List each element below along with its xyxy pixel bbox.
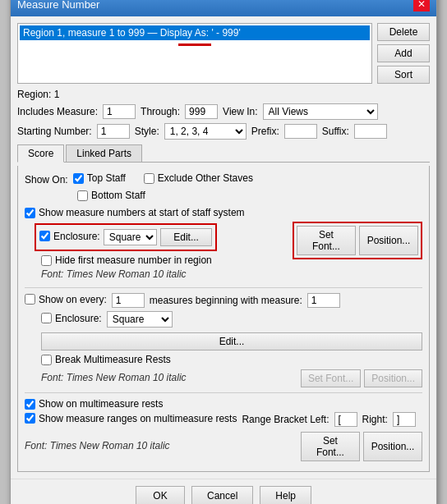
show-ranges-row: Show measure ranges on multimeasure rest… bbox=[25, 412, 422, 427]
enclosure-label: Enclosure: bbox=[53, 231, 100, 242]
bottom-staff-checkbox[interactable] bbox=[77, 190, 88, 201]
red-bar bbox=[178, 44, 211, 46]
region-list[interactable]: Region 1, measure 1 to 999 — Display As:… bbox=[17, 23, 372, 84]
help-button[interactable]: Help bbox=[260, 486, 311, 504]
show-ranges-label: Show measure ranges on multimeasure rest… bbox=[39, 413, 237, 424]
prefix-label: Prefix: bbox=[251, 126, 279, 137]
hide-first-label: Hide first measure number in region bbox=[55, 254, 212, 266]
through-label: Through: bbox=[141, 106, 180, 117]
show-on-every-input[interactable] bbox=[112, 293, 145, 308]
add-button[interactable]: Add bbox=[377, 44, 430, 62]
region-buttons: Delete Add Sort bbox=[377, 23, 430, 84]
enclosure-section: Set Font... Position... Enclosure: Squar… bbox=[25, 222, 422, 282]
style-select[interactable]: 1, 2, 3, 4 bbox=[164, 123, 247, 140]
buttons-3: Set Font... Position... bbox=[301, 432, 422, 461]
includes-measure-row: Includes Measure: Through: View In: All … bbox=[17, 103, 430, 120]
cancel-button[interactable]: Cancel bbox=[191, 486, 253, 504]
set-font3-button[interactable]: Set Font... bbox=[301, 432, 360, 461]
top-staff-checkbox[interactable] bbox=[73, 173, 84, 184]
show-on-every-row: Show on every: measures beginning with m… bbox=[25, 293, 422, 308]
region-label: Region: 1 bbox=[17, 89, 430, 100]
show-on-every-label: Show on every: bbox=[39, 294, 107, 305]
exclude-other-staves-checkbox[interactable] bbox=[144, 173, 154, 184]
exclude-other-staves-text: Exclude Other Staves bbox=[158, 172, 253, 184]
prefix-input[interactable] bbox=[284, 124, 317, 139]
font-info-1: Font: Times New Roman 10 italic bbox=[25, 268, 422, 280]
exclude-other-staves-label[interactable]: Exclude Other Staves bbox=[144, 172, 253, 184]
right-label: Right: bbox=[362, 414, 388, 425]
view-in-select[interactable]: All Views bbox=[263, 103, 378, 120]
suffix-label: Suffix: bbox=[322, 126, 349, 137]
includes-measure-label: Includes Measure: bbox=[17, 106, 98, 117]
delete-button[interactable]: Delete bbox=[377, 23, 430, 41]
enclosure2-select[interactable]: Square bbox=[107, 311, 173, 328]
range-bracket-left-label: Range Bracket Left: bbox=[242, 414, 329, 425]
show-on-every-checkbox-label[interactable]: Show on every: bbox=[25, 294, 107, 305]
edit2-button[interactable]: Edit... bbox=[41, 332, 422, 351]
region-item[interactable]: Region 1, measure 1 to 999 — Display As:… bbox=[20, 25, 370, 40]
position3-button[interactable]: Position... bbox=[363, 432, 422, 461]
measures-beginning-label: measures beginning with measure: bbox=[150, 295, 302, 306]
dialog-title: Measure Number bbox=[17, 0, 99, 11]
bottom-staff-checkbox-label[interactable]: Bottom Staff bbox=[77, 190, 145, 201]
font-position-buttons-highlighted: Set Font... Position... bbox=[293, 222, 422, 259]
tab-score[interactable]: Score bbox=[17, 144, 64, 163]
show-multimeasure-checkbox[interactable] bbox=[25, 399, 35, 410]
enclosure-select[interactable]: Square bbox=[104, 229, 157, 245]
score-tab-content: Show On: Top Staff Exclude Other Staves … bbox=[17, 166, 430, 472]
starting-number-input[interactable] bbox=[97, 124, 130, 139]
view-in-label: View In: bbox=[223, 106, 257, 117]
ok-button[interactable]: OK bbox=[136, 486, 185, 504]
show-on-label: Show On: bbox=[25, 174, 68, 186]
measure-number-dialog: Measure Number ✕ Region 1, measure 1 to … bbox=[10, 0, 437, 504]
starting-number-row: Starting Number: Style: 1, 2, 3, 4 Prefi… bbox=[17, 123, 430, 140]
position-button[interactable]: Position... bbox=[359, 226, 418, 255]
show-at-start-checkbox-label[interactable]: Show measure numbers at start of staff s… bbox=[25, 207, 422, 218]
enclosure-checkbox[interactable] bbox=[39, 231, 50, 241]
style-label: Style: bbox=[135, 126, 159, 137]
enclosure-highlighted: Enclosure: Square Edit... bbox=[35, 223, 217, 251]
font-row-2: Font: Times New Roman 10 italic Set Font… bbox=[25, 368, 422, 387]
position2-button: Position... bbox=[364, 369, 422, 387]
bottom-buttons: OK Cancel Help bbox=[11, 479, 436, 504]
enclosure2-row: Enclosure: Square Edit... bbox=[25, 311, 422, 351]
font-info-3: Font: Times New Roman 10 italic bbox=[25, 440, 170, 451]
font-row-3: Font: Times New Roman 10 italic Set Font… bbox=[25, 430, 422, 461]
range-bracket-left-input[interactable] bbox=[334, 412, 357, 427]
tab-bar: Score Linked Parts bbox=[17, 144, 430, 163]
font-info-2: Font: Times New Roman 10 italic bbox=[25, 372, 187, 383]
measures-beginning-input[interactable] bbox=[307, 293, 340, 308]
edit-button[interactable]: Edit... bbox=[160, 228, 213, 246]
break-multimeasure-checkbox[interactable] bbox=[41, 355, 52, 365]
hide-first-checkbox[interactable] bbox=[41, 255, 52, 266]
enclosure2-checkbox[interactable] bbox=[41, 313, 52, 323]
tab-linked-parts[interactable]: Linked Parts bbox=[66, 144, 142, 162]
show-ranges-checkbox-label[interactable]: Show measure ranges on multimeasure rest… bbox=[25, 413, 237, 424]
top-section: Region 1, measure 1 to 999 — Display As:… bbox=[17, 23, 430, 84]
enclosure-checkbox-label[interactable]: Enclosure: bbox=[39, 231, 100, 242]
right-input[interactable] bbox=[393, 412, 416, 427]
show-at-start-checkbox[interactable] bbox=[25, 208, 35, 218]
includes-measure-input[interactable] bbox=[103, 104, 136, 119]
suffix-input[interactable] bbox=[354, 124, 387, 139]
red-line-indicator bbox=[20, 44, 370, 46]
enclosure2-label: Enclosure: bbox=[55, 313, 102, 324]
show-multimeasure-label[interactable]: Show on multimeasure rests bbox=[25, 398, 422, 410]
break-multimeasure-label[interactable]: Break Multimeasure Rests bbox=[25, 354, 422, 365]
show-ranges-checkbox[interactable] bbox=[25, 413, 35, 424]
break-multimeasure-text: Break Multimeasure Rests bbox=[55, 354, 171, 365]
set-font-button[interactable]: Set Font... bbox=[297, 226, 356, 255]
through-input[interactable] bbox=[185, 104, 218, 119]
set-font2-button: Set Font... bbox=[301, 369, 361, 387]
bottom-staff-row: Bottom Staff bbox=[25, 190, 422, 204]
show-on-every-checkbox[interactable] bbox=[25, 294, 35, 305]
hide-first-checkbox-label[interactable]: Hide first measure number in region bbox=[41, 254, 293, 266]
show-at-start-label: Show measure numbers at start of staff s… bbox=[39, 207, 245, 218]
title-bar: Measure Number ✕ bbox=[11, 0, 436, 16]
starting-number-label: Starting Number: bbox=[17, 126, 92, 137]
top-staff-checkbox-label[interactable]: Top Staff bbox=[73, 172, 126, 184]
sort-button[interactable]: Sort bbox=[377, 66, 430, 84]
close-button[interactable]: ✕ bbox=[413, 0, 430, 11]
enclosure2-checkbox-label[interactable]: Enclosure: bbox=[41, 313, 102, 324]
disabled-buttons-2: Set Font... Position... bbox=[301, 369, 422, 387]
